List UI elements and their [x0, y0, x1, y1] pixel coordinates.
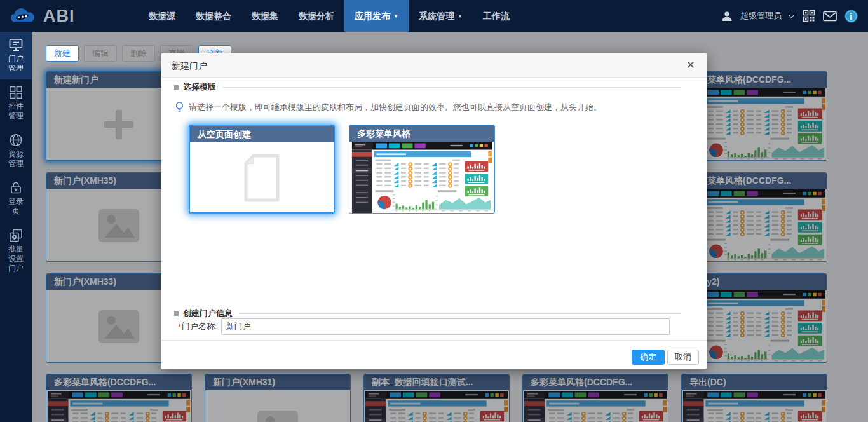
nav-item-6[interactable]: 工作流 — [473, 0, 520, 32]
ok-button[interactable]: 确定 — [632, 350, 665, 365]
portal-name-label: 门户名称: — [182, 321, 217, 332]
sidebar-item-0[interactable]: 门户 管理 — [0, 32, 32, 79]
template-tip-text: 请选择一个模版，即可继承模版里的皮肤和布局，加快创建页面的效率。您也可以直接从空… — [189, 102, 602, 113]
section-choose-template: 选择模版 — [174, 81, 681, 93]
grid-icon — [0, 85, 32, 100]
nav-item-3[interactable]: 数据分析 — [288, 0, 344, 32]
nav-item-label: 数据源 — [149, 11, 175, 21]
nav-item-1[interactable]: 数据整合 — [186, 0, 241, 32]
sidebar-item-3[interactable]: 登录 页 — [0, 175, 32, 222]
blank-page-icon — [243, 154, 280, 202]
section-rule — [239, 313, 681, 314]
nav-item-label: 应用发布 — [355, 11, 390, 21]
nav-item-label: 数据分析 — [299, 11, 334, 21]
app-logo: ABI — [0, 6, 127, 26]
lightbulb-icon — [175, 102, 184, 113]
portal-name-form-row: * 门户名称: — [178, 318, 670, 335]
section-title: 选择模版 — [183, 81, 216, 93]
section-portal-info: 创建门户信息 — [174, 308, 681, 319]
template-option-colorful-menu[interactable]: 多彩菜单风格 — [349, 125, 495, 214]
chevron-down-icon: ▼ — [393, 13, 398, 19]
qr-code-icon[interactable] — [803, 10, 815, 22]
sidebar-item-1[interactable]: 控件 管理 — [0, 79, 32, 127]
lock-icon — [0, 180, 32, 195]
cloud-logo-icon — [10, 6, 37, 25]
sidebar-item-label: 控件 管理 — [0, 102, 32, 121]
close-icon[interactable]: ✕ — [684, 53, 698, 78]
section-bullet-icon — [174, 85, 179, 90]
navbar-right: 超级管理员 — [721, 10, 868, 23]
dialog-footer: 确定 取消 — [161, 340, 707, 369]
nav-menu: 数据源数据整合数据集数据分析应用发布▼系统管理▼工作流 — [139, 0, 520, 32]
sidebar-item-4[interactable]: 批量 设置 门户 — [0, 222, 32, 280]
nav-item-label: 工作流 — [483, 11, 510, 21]
section-bullet-icon — [174, 311, 179, 316]
cancel-button[interactable]: 取消 — [667, 350, 699, 365]
required-mark: * — [178, 322, 181, 332]
new-portal-dialog: 新建门户 ✕ 选择模版 请选择一个模版，即可继承模版里的皮肤和布局，加快创建页面… — [161, 53, 707, 369]
sidebar-item-label: 资源 管理 — [0, 149, 32, 168]
globe-icon — [0, 133, 32, 147]
top-navbar: ABI 数据源数据整合数据集数据分析应用发布▼系统管理▼工作流 超级管理员 — [0, 0, 868, 32]
template-name: 多彩菜单风格 — [349, 125, 494, 142]
mail-icon[interactable] — [823, 11, 837, 22]
nav-item-4[interactable]: 应用发布▼ — [344, 0, 409, 32]
portal-name-input[interactable] — [221, 318, 670, 335]
info-icon[interactable] — [844, 10, 858, 23]
nav-item-label: 数据集 — [252, 11, 278, 21]
batch-icon — [0, 228, 32, 243]
section-title: 创建门户信息 — [183, 308, 233, 319]
left-sidebar: 门户 管理控件 管理资源 管理登录 页批量 设置 门户 — [0, 32, 32, 422]
chevron-down-icon: ▼ — [458, 13, 463, 19]
template-option-blank[interactable]: 从空页面创建 — [189, 125, 335, 214]
template-preview — [190, 142, 334, 214]
sidebar-item-label: 批量 设置 门户 — [0, 245, 32, 273]
nav-item-label: 数据整合 — [196, 11, 231, 21]
chevron-down-icon[interactable] — [789, 12, 795, 18]
nav-item-2[interactable]: 数据集 — [241, 0, 288, 32]
sidebar-item-label: 登录 页 — [0, 197, 32, 216]
user-icon — [721, 11, 733, 22]
template-preview — [349, 142, 494, 213]
monitor-icon — [0, 37, 32, 52]
template-name: 从空页面创建 — [190, 126, 334, 142]
nav-item-label: 系统管理 — [419, 11, 454, 21]
nav-item-0[interactable]: 数据源 — [139, 0, 186, 32]
dashboard-thumbnail — [350, 142, 494, 213]
sidebar-item-2[interactable]: 资源 管理 — [0, 127, 32, 175]
template-list: 从空页面创建 多彩菜单风格 — [189, 125, 495, 214]
logo-text: ABI — [43, 6, 75, 26]
dialog-title: 新建门户 — [161, 53, 707, 78]
template-tip: 请选择一个模版，即可继承模版里的皮肤和布局，加快创建页面的效率。您也可以直接从空… — [175, 102, 602, 113]
sidebar-item-label: 门户 管理 — [0, 54, 32, 73]
user-name[interactable]: 超级管理员 — [740, 10, 782, 22]
nav-item-5[interactable]: 系统管理▼ — [409, 0, 473, 32]
toolbar-button-0[interactable]: 新建 — [46, 45, 79, 62]
section-rule — [222, 87, 681, 88]
